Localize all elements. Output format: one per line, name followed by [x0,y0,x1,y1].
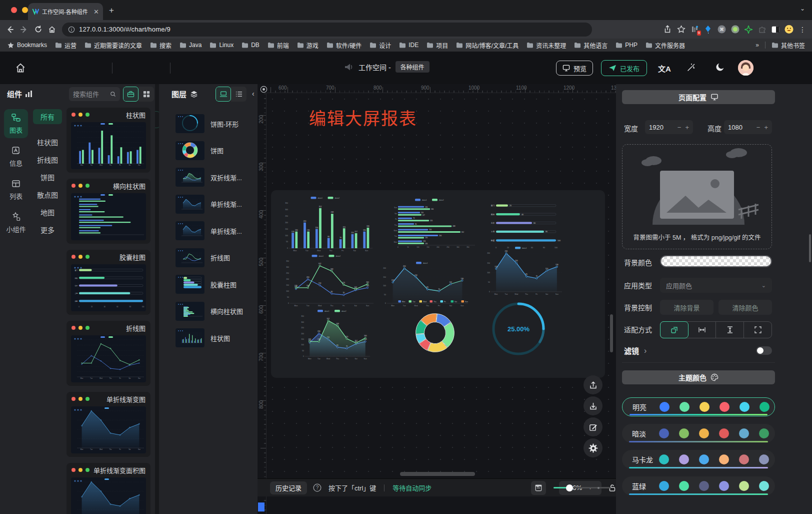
bookmark-item[interactable]: 软件/硬件 [326,41,362,50]
category-散点图[interactable]: 散点图 [33,187,62,202]
publish-button[interactable]: 已发布 [601,60,647,76]
fit-full-button[interactable] [744,322,772,338]
width-stepper[interactable]: 1920 −+ [645,120,693,134]
fit-height-button[interactable] [716,322,744,338]
layer-item-横向柱状图[interactable]: 横向柱状图 [159,299,258,323]
dual-area-chart-widget[interactable]: data1data2050100150200250300350120200150… [295,308,374,362]
theme-row-马卡龙[interactable]: 马卡龙 [622,450,775,469]
category-折线图[interactable]: 折线图 [33,152,62,167]
new-tab-button[interactable]: + [109,6,114,16]
theme-row-蓝绿[interactable]: 蓝绿 [622,476,775,495]
panel-scrollbar[interactable] [809,234,811,262]
ring-progress-widget[interactable]: 25.00% [489,299,548,358]
category-饼图[interactable]: 饼图 [33,170,62,185]
export-button[interactable] [584,375,602,394]
url-omnibox[interactable]: 127.0.0.1:3000/#/chart/home/9 [62,23,592,37]
sidebar-nav-图表[interactable]: 图表 [4,109,28,138]
tab-search-chevron-icon[interactable]: ⌄ [800,5,805,12]
extension-command-icon[interactable]: ⌘ [717,25,726,34]
browser-menu-icon[interactable]: ⋮ [798,25,807,34]
bookmark-star-icon[interactable] [676,25,686,34]
sidebar-nav-小组件[interactable]: 小组件 [4,208,28,237]
height-stepper[interactable]: 1080 −+ [724,120,772,134]
design-canvas[interactable]: 6007008009001000110012001300 20030040050… [258,84,616,514]
dark-mode-button[interactable] [715,62,725,72]
other-bookmarks[interactable]: 其他书签 [772,41,805,50]
clear-background-button[interactable]: 清除背景 [660,300,714,315]
history-panel-button[interactable] [531,481,546,495]
app-type-select[interactable]: 应用颜色 ⌄ [660,278,772,293]
chevron-right-icon[interactable]: › [644,346,646,355]
extension-green-circle-icon[interactable] [730,25,740,34]
bookmark-item[interactable]: IDE [399,41,418,50]
theme-row-明亮[interactable]: 明亮 [622,397,775,416]
back-icon[interactable] [3,23,17,37]
profile-avatar-icon[interactable] [784,25,794,34]
increment-icon[interactable]: + [685,124,689,131]
edit-button[interactable] [584,417,602,436]
bookmark-item[interactable]: 其他语言 [574,41,608,50]
browser-tab[interactable]: 工作空间-各种组件 ✕ [28,3,103,20]
layer-item-双折线渐...[interactable]: 双折线渐... [159,165,258,189]
layer-item-折线图[interactable]: 折线图 [159,246,258,270]
theme-row-暗淡[interactable]: 暗淡 [622,424,775,443]
decrement-icon[interactable]: − [756,124,760,131]
bookmark-item[interactable]: Java [180,41,202,50]
bookmark-item[interactable]: Linux [210,41,234,50]
background-upload-dropzone[interactable]: 背景图需小于 5M ， 格式为 png/jpg/gif 的文件 [622,144,772,249]
layer-item-单折线渐...[interactable]: 单折线渐... [159,192,258,216]
layer-item-饼图-环形[interactable]: 饼图-环形 [159,112,258,136]
reload-icon[interactable] [31,23,45,37]
tab-close-icon[interactable]: ✕ [94,8,99,16]
category-柱状图[interactable]: 柱状图 [33,135,62,150]
collapse-panel-icon[interactable]: ‹ [252,90,254,98]
artboard[interactable]: data1data2050100150200250300350120130200… [271,190,605,378]
component-card-柱状图[interactable]: 柱状图MonTueWedThuFriSatSun [66,108,150,173]
component-card-单折线渐变图[interactable]: 单折线渐变图MonTueWedThuFriSatSun [66,392,150,457]
component-card-折线图[interactable]: 折线图MonTueWedThuFriSatSun [66,321,150,386]
increment-icon[interactable]: + [764,124,768,131]
bookmark-item[interactable]: 项目 [426,41,448,50]
filter-toggle[interactable] [756,346,772,355]
layer-item-胶囊柱图[interactable]: 胶囊柱图 [159,272,258,296]
history-button[interactable]: 历史记录 [270,481,307,494]
bookmark-item[interactable]: PHP [616,41,638,50]
component-search[interactable] [69,87,120,101]
bookmarks-overflow-icon[interactable]: » [756,42,759,49]
home-button[interactable] [15,63,26,74]
list-view-button[interactable] [231,87,246,102]
home-icon[interactable] [45,23,59,37]
extension-sliders-icon[interactable]: 9 [690,25,699,34]
decrement-icon[interactable]: − [678,124,682,131]
category-地图[interactable]: 地图 [33,205,62,220]
bookmark-item[interactable]: 文件服务器 [646,41,685,50]
window-minimize-button[interactable] [22,7,28,13]
bookmark-item[interactable]: 网站/博客/文章/工具 [456,41,518,50]
site-info-icon[interactable] [68,26,75,33]
settings-gear-button[interactable] [584,438,602,457]
horizontal-scrollbar[interactable] [400,472,475,476]
component-card-横向柱状图[interactable]: 横向柱状图 [66,179,150,244]
share-icon[interactable] [663,25,672,34]
category-所有[interactable]: 所有 [33,109,62,124]
clear-color-button[interactable]: 清除颜色 [718,300,772,315]
vertical-scrollbar[interactable] [610,314,613,352]
window-close-button[interactable] [11,7,17,13]
user-avatar[interactable] [738,60,754,76]
extension-star-icon[interactable] [744,25,753,34]
bookmark-item[interactable]: 运营 [55,41,76,50]
capsule-chart-widget[interactable]: 厦门20南阳40北京60上海80新疆100020406080100 [483,199,564,252]
dual-line-chart-widget[interactable]: data1data2050100150200250300350120200150… [280,253,378,309]
bookmark-item[interactable]: 资讯未整理 [526,41,566,50]
extension-puzzle-icon[interactable] [758,25,766,34]
layer-item-柱状图[interactable]: 柱状图 [159,326,258,350]
bookmark-item[interactable]: DB [242,41,260,50]
horizontal-bar-chart-widget[interactable]: data1data2130160Sun110117Sat70155Fri8026… [385,197,479,251]
zoom-slider-knob[interactable] [566,484,573,491]
component-card-胶囊柱图[interactable]: 胶囊柱图厦门南阳北京上海新疆020406080100 [66,250,150,315]
sidebar-nav-信息[interactable]: 信息 [4,142,28,171]
area-line-chart-widget[interactable]: data10501001502001202001508070110130MonT… [481,245,566,298]
fit-scale-button[interactable] [660,321,688,338]
component-card-单折线渐变面积图[interactable]: 单折线渐变面积图MonTueWedThuFriSatSun [66,463,150,514]
bookmark-item[interactable]: 搜索 [150,41,172,50]
